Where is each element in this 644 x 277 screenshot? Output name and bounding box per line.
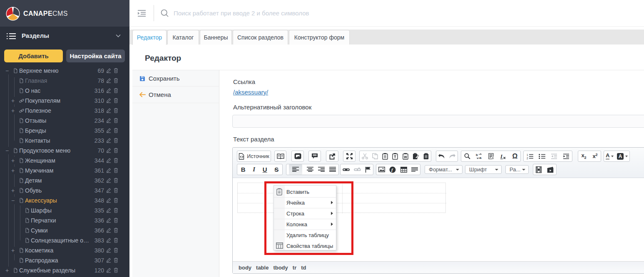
svg-text:1: 1 xyxy=(527,153,528,156)
svg-text:a: a xyxy=(480,156,482,159)
svg-text:I: I xyxy=(500,153,503,159)
svg-text:2: 2 xyxy=(527,157,528,159)
svg-text:b: b xyxy=(476,153,478,157)
